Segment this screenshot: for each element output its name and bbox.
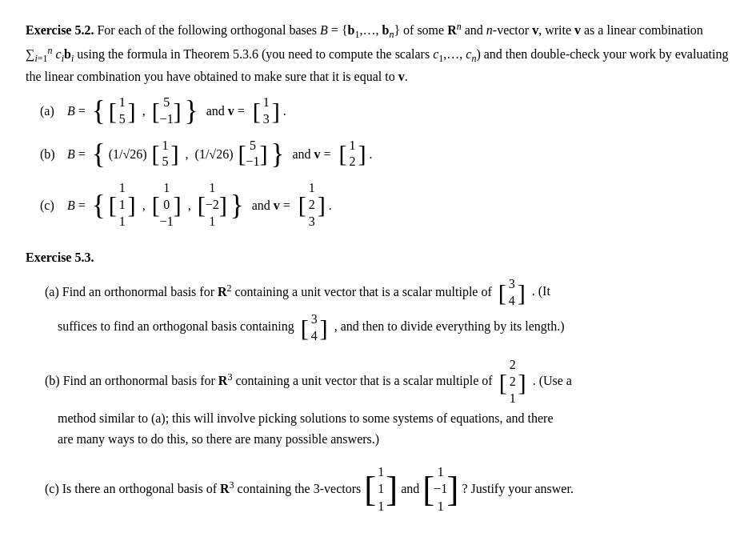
part-a-suffices: suffices to find an orthogonal basis con…: [58, 319, 294, 333]
exercise-52: Exercise 5.2. For each of the following …: [26, 19, 730, 231]
part-a-label: (a): [40, 101, 64, 122]
exercise-52-part-a: (a) B = { 1 5 , 5 −1 } and v = 1 3 .: [40, 94, 730, 129]
part-a-label-53: (a) Find an orthonormal basis for R2 con…: [45, 285, 492, 299]
open-brace-b: {: [92, 140, 106, 168]
part-b-answers: are many ways to do this, so there are m…: [58, 432, 379, 446]
period-b: .: [370, 144, 373, 165]
part-a-divide: , and then to divide everything by its l…: [334, 319, 565, 333]
part-a-B-label: B =: [67, 101, 86, 122]
part-c-and: and: [401, 479, 419, 499]
exercise-53-part-b: (b) Find an orthonormal basis for R3 con…: [45, 356, 730, 450]
and-v-a: and v =: [206, 101, 245, 122]
exercise-53-part-a: (a) Find an orthonormal basis for R2 con…: [45, 275, 730, 345]
and-v-c: and v =: [252, 195, 290, 216]
close-brace-a: }: [185, 97, 198, 125]
part-c-justify: ? Justify your answer.: [462, 479, 574, 499]
part-b-use-a: . (Use a: [533, 374, 572, 387]
matrix-53c-vec2: 1 −1 1: [422, 462, 458, 517]
exercise-53: Exercise 5.3. (a) Find an orthonormal ba…: [26, 247, 730, 517]
part-c-label: (c): [40, 195, 64, 216]
part-b-method: method similar to (a); this will involve…: [58, 411, 553, 425]
part-c-B-label: B =: [67, 195, 86, 216]
matrix-b-v: 1 2: [339, 137, 366, 172]
comma-b: ,: [186, 144, 189, 165]
close-brace-c: }: [230, 191, 244, 219]
matrix-c2: 1 0 −1: [152, 179, 182, 230]
matrix-c-v: 1 2 3: [298, 179, 326, 230]
matrix-a1: 1 5: [109, 94, 136, 129]
part-b-B-label: B =: [67, 144, 86, 165]
open-brace-c: {: [92, 191, 106, 219]
main-content: Exercise 5.2. For each of the following …: [26, 19, 730, 516]
matrix-a2: 5 −1: [152, 94, 182, 129]
period-c: .: [329, 195, 332, 216]
coeff-b1: (1/√26): [109, 144, 147, 165]
part-b-label-53: (b) Find an orthonormal basis for R3 con…: [45, 374, 493, 387]
part-a-text-it: . (It: [532, 285, 550, 299]
exercise-53-part-c: (c) Is there an orthogonal basis of R3 c…: [45, 462, 730, 517]
matrix-a-v: 1 3: [253, 94, 280, 129]
matrix-53a-vec: 3 4: [498, 275, 526, 311]
part-c-label-53: (c) Is there an orthogonal basis of R3 c…: [45, 478, 361, 500]
matrix-b2: 5 −1: [238, 137, 267, 172]
comma-c1: ,: [142, 195, 146, 216]
matrix-c3: 1 −2 1: [198, 179, 227, 230]
exercise-52-part-c: (c) B = { 1 1 1 , 1 0 −1 , 1 −2 1: [40, 179, 730, 230]
matrix-53b-vec: 2 2 1: [499, 356, 526, 407]
period-a: .: [283, 101, 286, 122]
coeff-b2: (1/√26): [195, 144, 234, 165]
part-b-label: (b): [40, 144, 64, 165]
matrix-c1: 1 1 1: [109, 179, 136, 230]
open-brace-a: {: [92, 97, 106, 125]
matrix-53c-vec1: 1 1 1: [364, 462, 398, 517]
exercise-53-title: Exercise 5.3.: [26, 250, 94, 264]
close-brace-b: }: [271, 140, 285, 168]
matrix-b1: 1 5: [152, 137, 179, 172]
comma-c2: ,: [188, 195, 191, 216]
exercise-52-text: For each of the following orthogonal bas…: [26, 23, 728, 83]
exercise-52-parts: (a) B = { 1 5 , 5 −1 } and v = 1 3 .: [40, 94, 730, 231]
matrix-53a-vec2: 3 4: [301, 311, 328, 346]
exercise-52-part-b: (b) B = { (1/√26) 1 5 , (1/√26) 5 −1 } a…: [40, 137, 730, 172]
comma-a: ,: [142, 101, 146, 122]
exercise-52-title: Exercise 5.2.: [26, 23, 94, 37]
and-v-b: and v =: [292, 144, 330, 165]
